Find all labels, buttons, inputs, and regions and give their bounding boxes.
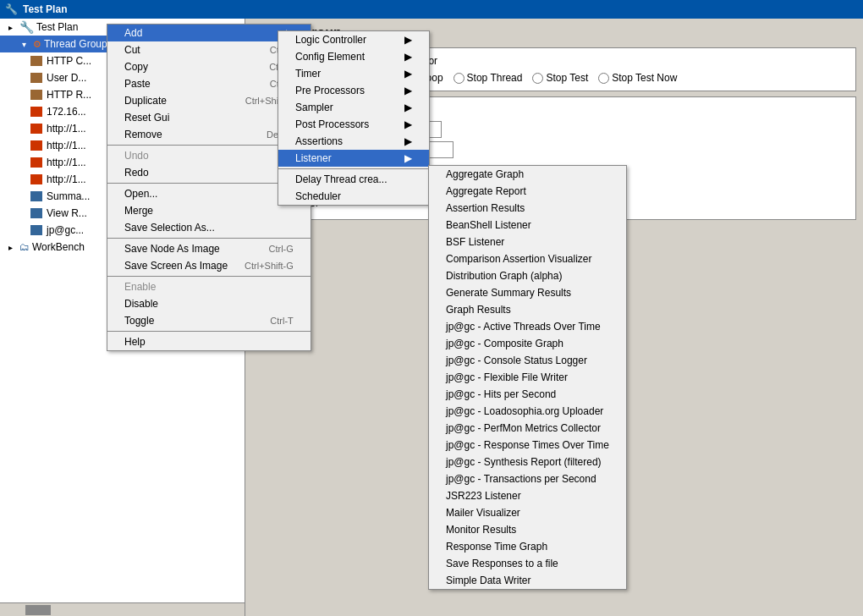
- menu-toggle-shortcut: Ctrl-T: [270, 316, 294, 326]
- listener-comparison-assertion[interactable]: Comparison Assertion Visualizer: [429, 250, 626, 267]
- submenu-scheduler[interactable]: Scheduler: [278, 188, 429, 205]
- radio-stop-test-now-input[interactable]: [598, 73, 609, 84]
- listener-distribution-graph[interactable]: Distribution Graph (alpha): [429, 267, 626, 284]
- radio-stop-test-now[interactable]: Stop Test Now: [598, 72, 677, 84]
- listener-jpgc-active-threads[interactable]: jp@gc - Active Threads Over Time: [429, 318, 626, 335]
- menu-item-save-screen-image[interactable]: Save Screen As Image Ctrl+Shift-G: [107, 257, 311, 274]
- user-icon: [30, 73, 42, 83]
- submenu-assertions[interactable]: Assertions ▶: [278, 133, 429, 150]
- menu-item-help[interactable]: Help: [107, 333, 311, 350]
- config-element-arrow: ▶: [404, 51, 412, 63]
- scheduler-add-label: Scheduler: [295, 190, 341, 202]
- pre-processors-arrow: ▶: [404, 85, 412, 96]
- jpgc-console-label: jp@gc - Console Status Logger: [446, 355, 587, 366]
- delay-thread-creation-label: Delay Thread crea...: [295, 173, 388, 185]
- listener-response-time-graph[interactable]: Response Time Graph: [429, 538, 626, 555]
- listener-aggregate-report[interactable]: Aggregate Report: [429, 183, 626, 200]
- menu-duplicate-label: Duplicate: [124, 95, 167, 107]
- listener-assertion-results[interactable]: Assertion Results: [429, 200, 626, 217]
- tree-label: Summa...: [47, 190, 90, 202]
- listener-monitor-results[interactable]: Monitor Results: [429, 521, 626, 538]
- radio-stop-test-input[interactable]: [532, 73, 543, 84]
- submenu-sampler[interactable]: Sampler ▶: [278, 99, 429, 116]
- submenu-config-element[interactable]: Config Element ▶: [278, 48, 429, 65]
- listener-jpgc-console[interactable]: jp@gc - Console Status Logger: [429, 352, 626, 369]
- submenu-logic-controller[interactable]: Logic Controller ▶: [278, 31, 429, 48]
- menu-save-node-image-label: Save Node As Image: [124, 243, 220, 255]
- jpgc-response-times-label: jp@gc - Response Times Over Time: [446, 439, 609, 451]
- submenu-listener[interactable]: Listener ▶: [278, 150, 429, 167]
- submenu-pre-processors[interactable]: Pre Processors ▶: [278, 82, 429, 99]
- thread-icon: ⚙: [33, 39, 41, 50]
- listener-jsr223[interactable]: JSR223 Listener: [429, 487, 626, 504]
- comparison-assertion-label: Comparison Assertion Visualizer: [446, 253, 592, 265]
- listener-jpgc-composite[interactable]: jp@gc - Composite Graph: [429, 335, 626, 352]
- listener-graph-results[interactable]: Graph Results: [429, 301, 626, 318]
- jsr223-listener-label: JSR223 Listener: [446, 490, 521, 502]
- http4-icon: [30, 174, 42, 184]
- submenu-timer[interactable]: Timer ▶: [278, 65, 429, 82]
- menu-item-disable[interactable]: Disable: [107, 295, 311, 312]
- listener-save-responses[interactable]: Save Responses to a file: [429, 555, 626, 572]
- tree-label: http://1...: [47, 173, 86, 185]
- jpgc-hits-label: jp@gc - Hits per Second: [446, 388, 556, 400]
- menu-item-enable[interactable]: Enable: [107, 278, 311, 295]
- pre-processors-label: Pre Processors: [295, 85, 365, 96]
- menu-remove-label: Remove: [124, 129, 162, 140]
- timer-arrow: ▶: [404, 68, 412, 80]
- timer-label: Timer: [295, 68, 321, 80]
- jpgc-icon: [30, 225, 42, 235]
- radio-stop-test[interactable]: Stop Test: [532, 72, 588, 84]
- radio-stop-thread-label: Stop Thread: [467, 72, 523, 84]
- config-element-label: Config Element: [295, 51, 365, 63]
- title-bar: 🔧 Test Plan: [0, 0, 863, 19]
- tree-label: http://1...: [47, 140, 86, 151]
- menu-redo-label: Redo: [124, 167, 149, 179]
- jpgc-active-threads-label: jp@gc - Active Threads Over Time: [446, 321, 601, 333]
- generate-summary-label: Generate Summary Results: [446, 287, 571, 299]
- menu-disable-label: Disable: [124, 298, 158, 310]
- listener-beanshell[interactable]: BeanShell Listener: [429, 217, 626, 234]
- tree-label: Thread Group: [44, 38, 107, 50]
- expand-icon: ▸: [3, 20, 17, 34]
- listener-simple-data-writer[interactable]: Simple Data Writer: [429, 572, 626, 589]
- listener-jpgc-hits[interactable]: jp@gc - Hits per Second: [429, 386, 626, 403]
- assertion-results-label: Assertion Results: [446, 202, 525, 214]
- listener-bsf[interactable]: BSF Listener: [429, 234, 626, 250]
- submenu-post-processors[interactable]: Post Processors ▶: [278, 116, 429, 133]
- app-icon: 🔧: [5, 3, 18, 15]
- listener-mailer[interactable]: Mailer Visualizer: [429, 504, 626, 521]
- tree-label: jp@gc...: [47, 224, 84, 236]
- tree-label: http://1...: [47, 157, 86, 168]
- sampler-label: Sampler: [295, 102, 333, 113]
- bsf-listener-label: BSF Listener: [446, 236, 504, 248]
- tree-label: User D...: [47, 72, 86, 84]
- radio-stop-thread[interactable]: Stop Thread: [453, 72, 523, 84]
- assertions-arrow: ▶: [404, 135, 412, 147]
- listener-aggregate-graph[interactable]: Aggregate Graph: [429, 166, 626, 183]
- menu-item-save-selection[interactable]: Save Selection As...: [107, 219, 311, 236]
- listener-jpgc-flexible[interactable]: jp@gc - Flexible File Writer: [429, 369, 626, 386]
- scrollbar-thumb[interactable]: [25, 605, 51, 615]
- menu-item-save-node-image[interactable]: Save Node As Image Ctrl-G: [107, 240, 311, 257]
- sampler-arrow: ▶: [404, 102, 412, 113]
- menu-item-toggle[interactable]: Toggle Ctrl-T: [107, 312, 311, 329]
- graph-results-label: Graph Results: [446, 304, 511, 316]
- listener-jpgc-transactions[interactable]: jp@gc - Transactions per Second: [429, 470, 626, 487]
- listener-generate-summary[interactable]: Generate Summary Results: [429, 284, 626, 301]
- submenu-delay-thread[interactable]: Delay Thread crea...: [278, 171, 429, 188]
- listener-jpgc-response-times[interactable]: jp@gc - Response Times Over Time: [429, 437, 626, 454]
- assertions-label: Assertions: [295, 135, 343, 147]
- menu-save-screen-shortcut: Ctrl+Shift-G: [245, 261, 294, 271]
- menu-separator-3: [107, 238, 311, 239]
- menu-cut-label: Cut: [124, 44, 140, 56]
- tree-scrollbar[interactable]: [0, 602, 245, 616]
- listener-jpgc-perfmon[interactable]: jp@gc - PerfMon Metrics Collector: [429, 420, 626, 437]
- post-processors-arrow: ▶: [404, 118, 412, 130]
- aggregate-graph-label: Aggregate Graph: [446, 168, 524, 180]
- listener-jpgc-loadosophia[interactable]: jp@gc - Loadosophia.org Uploader: [429, 403, 626, 420]
- listener-arrow: ▶: [404, 152, 412, 164]
- menu-help-label: Help: [124, 336, 146, 348]
- listener-jpgc-synthesis[interactable]: jp@gc - Synthesis Report (filtered): [429, 454, 626, 470]
- radio-stop-thread-input[interactable]: [453, 73, 464, 84]
